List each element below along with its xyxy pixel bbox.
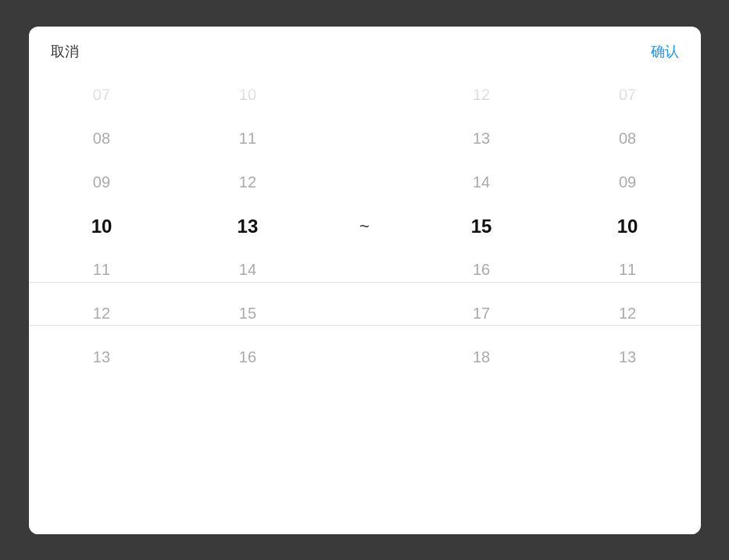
separator-item	[320, 117, 408, 161]
column-item[interactable]: 17	[409, 292, 555, 336]
column-item[interactable]: 10	[174, 73, 320, 117]
column-item[interactable]: 15	[409, 205, 555, 248]
column-2[interactable]: 10111213141516	[174, 73, 320, 534]
column-item[interactable]: 07	[29, 73, 175, 117]
column-item[interactable]: 14	[409, 161, 555, 205]
column-item[interactable]: 10	[555, 205, 701, 248]
column-item[interactable]: 11	[174, 117, 320, 161]
column-item[interactable]: 08	[29, 117, 175, 161]
column-item[interactable]: 13	[555, 336, 701, 380]
separator-column: ~	[320, 73, 408, 534]
column-item[interactable]: 09	[555, 161, 701, 205]
column-item[interactable]: 12	[555, 292, 701, 336]
column-3[interactable]: 12131415161718	[409, 73, 555, 534]
separator-item	[320, 336, 408, 380]
column-item[interactable]: 12	[409, 73, 555, 117]
column-item[interactable]: 10	[29, 205, 175, 248]
column-item[interactable]: 11	[29, 248, 175, 292]
column-item[interactable]: 13	[409, 117, 555, 161]
picker-columns: 07080910111213 10111213141516 ~ 12131415…	[29, 73, 701, 534]
column-4[interactable]: 07080910111213	[555, 73, 701, 534]
picker-header: 取消 确认	[29, 27, 701, 73]
column-item[interactable]: 08	[555, 117, 701, 161]
column-item[interactable]: 07	[555, 73, 701, 117]
cancel-button[interactable]: 取消	[51, 42, 79, 61]
column-item[interactable]: 11	[555, 248, 701, 292]
column-1[interactable]: 07080910111213	[29, 73, 175, 534]
column-item[interactable]: 13	[29, 336, 175, 380]
column-item[interactable]: 15	[174, 292, 320, 336]
column-item[interactable]: 16	[409, 248, 555, 292]
separator-item: ~	[320, 205, 408, 248]
column-item[interactable]: 09	[29, 161, 175, 205]
separator-item	[320, 161, 408, 205]
column-item[interactable]: 14	[174, 248, 320, 292]
column-item[interactable]: 16	[174, 336, 320, 380]
column-item[interactable]: 13	[174, 205, 320, 248]
separator-item	[320, 73, 408, 117]
confirm-button[interactable]: 确认	[651, 42, 679, 61]
separator-item	[320, 248, 408, 292]
column-item[interactable]: 12	[174, 161, 320, 205]
column-item[interactable]: 18	[409, 336, 555, 380]
column-item[interactable]: 12	[29, 292, 175, 336]
separator-item	[320, 292, 408, 336]
date-picker-modal: 取消 确认 07080910111213 10111213141516 ~ 12…	[29, 27, 701, 534]
picker-body: 07080910111213 10111213141516 ~ 12131415…	[29, 73, 701, 534]
